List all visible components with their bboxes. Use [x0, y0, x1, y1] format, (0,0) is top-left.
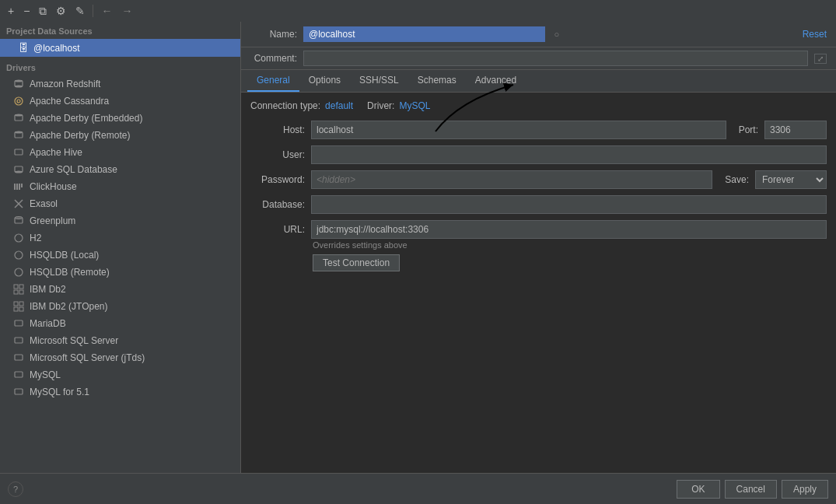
host-input[interactable] [311, 121, 726, 139]
driver-item-amazon-redshift[interactable]: Amazon Redshift [0, 75, 240, 93]
driver-name: Microsoft SQL Server [30, 335, 118, 346]
driver-item-apache-derby-embedded[interactable]: Apache Derby (Embedded) [0, 110, 240, 127]
host-label: Host: [250, 124, 305, 135]
driver-item-hsqldb-remote[interactable]: HSQLDB (Remote) [0, 264, 240, 281]
driver-name: Greenplum [30, 215, 75, 226]
driver-item-ibm-db2-jtopen[interactable]: IBM Db2 (JTOpen) [0, 298, 240, 315]
driver-item-mssql-jtds[interactable]: Microsoft SQL Server (jTds) [0, 349, 240, 366]
driver-icon-mssql [12, 334, 25, 347]
url-label: URL: [250, 224, 305, 235]
driver-name: ClickHouse [30, 181, 77, 192]
driver-item-azure-sql[interactable]: Azure SQL Database [0, 161, 240, 178]
svg-point-1 [15, 80, 23, 82]
port-label: Port: [739, 124, 758, 135]
apply-button[interactable]: Apply [782, 480, 828, 499]
user-label: User: [250, 149, 305, 160]
comment-input[interactable] [303, 51, 808, 66]
svg-point-8 [15, 131, 23, 134]
user-input[interactable] [311, 145, 827, 164]
name-row: Name: ○ Reset [241, 22, 836, 47]
database-input[interactable] [311, 195, 827, 214]
help-button[interactable]: ? [8, 481, 23, 497]
driver-item-apache-cassandra[interactable]: Apache Cassandra [0, 93, 240, 110]
name-label: Name: [250, 29, 297, 40]
edit-button[interactable]: ✎ [72, 3, 88, 19]
sidebar-title: Project Data Sources [0, 22, 240, 39]
driver-name: Exasol [30, 198, 58, 209]
test-connection-button[interactable]: Test Connection [313, 254, 400, 271]
tab-ssh-ssl[interactable]: SSH/SSL [350, 70, 408, 92]
password-input[interactable] [311, 170, 712, 189]
add-button[interactable]: + [5, 3, 17, 19]
driver-item-exasol[interactable]: Exasol [0, 195, 240, 212]
svg-rect-29 [14, 307, 18, 311]
copy-button[interactable]: ⧉ [36, 3, 50, 19]
url-input[interactable] [311, 220, 827, 239]
driver-item-h2[interactable]: H2 [0, 229, 240, 247]
svg-rect-26 [19, 290, 23, 294]
reset-link[interactable]: Reset [803, 29, 827, 40]
bottom-left: ? [8, 481, 23, 497]
user-row: User: [250, 145, 827, 164]
main-area: Project Data Sources 🗄 @localhost Driver… [0, 22, 836, 473]
back-button[interactable]: ← [98, 3, 115, 19]
svg-point-3 [15, 97, 23, 105]
bottom-right: OK Cancel Apply [677, 480, 828, 499]
port-input[interactable] [764, 121, 827, 139]
driver-icon-exasol [12, 198, 25, 210]
tab-general[interactable]: General [247, 70, 299, 92]
driver-icon-mssql-jtds [12, 352, 25, 364]
driver-name: Azure SQL Database [30, 164, 117, 175]
tab-schemas[interactable]: Schemas [408, 70, 466, 92]
driver-icon-mysql [12, 369, 25, 381]
form-content: Connection type: default Driver: MySQL H… [241, 93, 836, 473]
driver-icon-mysql51 [12, 386, 25, 398]
name-input[interactable] [303, 26, 545, 42]
svg-rect-33 [15, 355, 23, 360]
selected-datasource-label: @localhost [33, 43, 80, 54]
save-select[interactable]: Forever Until restart Never [755, 170, 827, 189]
driver-icon-h2 [12, 232, 25, 244]
driver-name: Apache Cassandra [30, 96, 109, 107]
driver-item-mariadb[interactable]: MariaDB [0, 315, 240, 332]
datasource-icon: 🗄 [19, 42, 29, 54]
tabs-bar: General Options SSH/SSL Schemas Advanced [241, 70, 836, 93]
driver-item-clickhouse[interactable]: ClickHouse [0, 178, 240, 195]
driver-value[interactable]: MySQL [399, 100, 430, 111]
remove-button[interactable]: − [20, 3, 33, 19]
separator [93, 5, 93, 17]
save-label: Save: [725, 174, 749, 185]
driver-item-ibm-db2[interactable]: IBM Db2 [0, 281, 240, 298]
driver-item-greenplum[interactable]: Greenplum [0, 212, 240, 229]
driver-item-apache-derby-remote[interactable]: Apache Derby (Remote) [0, 127, 240, 144]
svg-rect-27 [14, 302, 18, 306]
svg-rect-14 [19, 184, 20, 190]
tab-options[interactable]: Options [299, 70, 350, 92]
forward-button[interactable]: → [118, 3, 135, 19]
driver-icon-apache-cassandra [12, 95, 25, 107]
driver-icon-greenplum [12, 215, 25, 227]
expand-comment-button[interactable]: ⤢ [814, 54, 827, 64]
driver-item-mysql51[interactable]: MySQL for 5.1 [0, 383, 240, 401]
ok-button[interactable]: OK [677, 480, 719, 499]
sidebar: Project Data Sources 🗄 @localhost Driver… [0, 22, 241, 473]
tab-advanced[interactable]: Advanced [466, 70, 526, 92]
driver-item-hsqldb-local[interactable]: HSQLDB (Local) [0, 247, 240, 264]
driver-name: MySQL for 5.1 [30, 387, 89, 397]
svg-point-4 [17, 100, 20, 103]
connection-type-value[interactable]: default [325, 100, 353, 111]
svg-rect-35 [15, 389, 23, 394]
svg-rect-12 [14, 184, 16, 190]
driver-icon-ibm-db2-jtopen [12, 300, 25, 313]
driver-name: Apache Derby (Embedded) [30, 113, 142, 124]
driver-item-apache-hive[interactable]: Apache Hive [0, 144, 240, 161]
comment-label: Comment: [250, 53, 297, 64]
driver-icon-amazon-redshift [12, 78, 25, 90]
driver-item-mysql[interactable]: MySQL [0, 366, 240, 383]
database-label: Database: [250, 199, 305, 210]
settings-button[interactable]: ⚙ [53, 3, 69, 19]
selected-datasource[interactable]: 🗄 @localhost [0, 39, 240, 57]
cancel-button[interactable]: Cancel [725, 480, 777, 499]
driver-item-mssql[interactable]: Microsoft SQL Server [0, 332, 240, 349]
svg-rect-28 [19, 302, 23, 306]
